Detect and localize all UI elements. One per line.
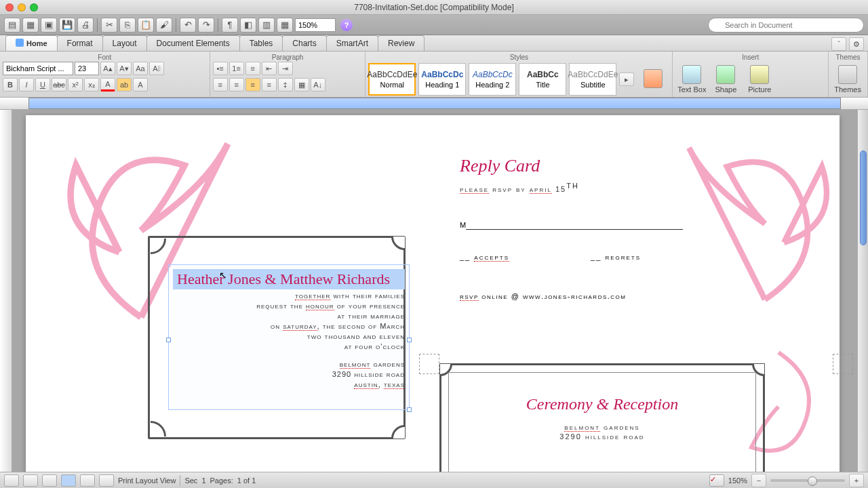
invite-line[interactable]: request the honour of your presence (173, 302, 405, 310)
fullscreen-view-button[interactable] (99, 474, 114, 487)
superscript-button[interactable]: x² (68, 78, 83, 92)
subscript-button[interactable]: x₂ (84, 78, 99, 92)
multilevel-button[interactable]: ≡ (245, 62, 260, 75)
couple-names[interactable]: Heather Jones & Matthew Richards (173, 269, 405, 289)
align-right-button[interactable]: ≡ (245, 78, 260, 92)
bullets-button[interactable]: •≡ (213, 62, 228, 75)
paste-button[interactable]: 📋 (138, 18, 154, 33)
resize-handle[interactable] (166, 338, 171, 342)
redo-button[interactable]: ↷ (198, 18, 214, 33)
grow-font-button[interactable]: A▴ (100, 62, 115, 75)
save-button[interactable]: 💾 (59, 18, 75, 33)
invite-line[interactable]: at four o'clock (173, 342, 405, 350)
copy-button[interactable]: ⎘ (119, 18, 136, 33)
tab-tables[interactable]: Tables (239, 35, 283, 51)
bold-button[interactable]: B (3, 78, 18, 92)
font-size-combo[interactable]: 23 (75, 62, 99, 75)
name-line[interactable]: M (460, 220, 731, 230)
zoom-in-button[interactable]: + (849, 474, 864, 487)
new-button[interactable]: ▤ (4, 18, 20, 33)
highlight-button[interactable]: ab (117, 78, 132, 92)
sort-button[interactable]: A↓ (311, 78, 326, 92)
tab-format[interactable]: Format (57, 35, 103, 51)
shading-button[interactable]: ▦ (294, 78, 309, 92)
tab-home[interactable]: Home (5, 35, 58, 51)
clear-format-button[interactable]: A⃠ (149, 62, 164, 75)
align-left-button[interactable]: ≡ (213, 78, 228, 92)
invite-line[interactable]: at their marriage (173, 312, 405, 320)
underline-button[interactable]: U (35, 78, 50, 92)
document-area[interactable]: Heather Jones & Matthew Richards togethe… (0, 110, 868, 472)
invite-line[interactable]: two thousand and eleven (173, 332, 405, 340)
change-case-button[interactable]: Aa (133, 62, 148, 75)
pilcrow-button[interactable]: ¶ (222, 18, 238, 33)
horizontal-ruler[interactable] (0, 98, 868, 110)
styles-more-button[interactable]: ▸ (619, 73, 634, 86)
zoom-slider[interactable] (770, 479, 845, 482)
reply-line[interactable]: please rsvp by april 15TH (460, 182, 731, 193)
tab-smartart[interactable]: SmartArt (326, 35, 378, 51)
resize-handle[interactable] (407, 407, 412, 412)
shape-button[interactable]: Shape (709, 63, 742, 96)
rsvp-online[interactable]: rsvp online @ www.jones-richards.com (460, 292, 731, 300)
style-title[interactable]: AaBbCcTitle (519, 63, 566, 96)
indent-button[interactable]: ⇥ (278, 62, 293, 75)
venue-line[interactable]: belmont gardens (173, 360, 405, 368)
publishing-view-button[interactable] (42, 474, 57, 487)
scrollbar-thumb[interactable] (860, 150, 867, 245)
italic-button[interactable]: I (19, 78, 34, 92)
print-button[interactable]: 🖨 (77, 18, 94, 33)
tab-review[interactable]: Review (378, 35, 425, 51)
draft-view-button[interactable] (4, 474, 19, 487)
themes-button[interactable]: Themes (831, 63, 864, 96)
text-effects-button[interactable]: A (133, 78, 148, 92)
collapse-ribbon-button[interactable]: ˇ (831, 37, 846, 51)
template-button[interactable]: ▣ (41, 18, 57, 33)
print-layout-view-button[interactable] (61, 474, 76, 487)
undo-button[interactable]: ↶ (180, 18, 196, 33)
picture-button[interactable]: Picture (743, 63, 776, 96)
vertical-scrollbar[interactable] (857, 110, 868, 472)
format-painter-button[interactable]: 🖌 (156, 18, 172, 33)
numbering-button[interactable]: 1≡ (229, 62, 244, 75)
rsvp-options[interactable]: __ accepts__ regrets (460, 253, 731, 261)
style-heading1[interactable]: AaBbCcDcHeading 1 (418, 63, 466, 96)
font-name-combo[interactable]: Bickham Script ... (3, 62, 73, 75)
sidebar-button[interactable]: ◧ (240, 18, 256, 33)
search-input[interactable] (708, 18, 864, 33)
line-spacing-button[interactable]: ‡ (278, 78, 293, 92)
help-button[interactable]: ? (340, 19, 353, 31)
zoom-out-button[interactable]: − (751, 474, 766, 487)
zoom-combo[interactable] (295, 18, 336, 32)
strike-button[interactable]: abc (52, 78, 66, 92)
shrink-font-button[interactable]: A▾ (117, 62, 132, 75)
styles-pane-button[interactable] (637, 63, 669, 96)
notebook-view-button[interactable] (80, 474, 95, 487)
textbox-button[interactable]: Text Box (675, 63, 708, 96)
outdent-button[interactable]: ⇤ (262, 62, 277, 75)
gallery-button[interactable]: ▦ (277, 18, 293, 33)
invitation-textbox[interactable]: Heather Jones & Matthew Richards togethe… (168, 264, 410, 410)
venue-line[interactable]: austin, texas (173, 380, 405, 388)
cut-button[interactable]: ✂ (101, 18, 117, 33)
vertical-ruler[interactable] (0, 110, 12, 472)
reply-card[interactable]: Reply Card please rsvp by april 15TH M _… (460, 156, 731, 300)
reply-title[interactable]: Reply Card (460, 156, 731, 176)
tab-charts[interactable]: Charts (282, 35, 326, 51)
open-button[interactable]: ▦ (22, 18, 39, 33)
align-center-button[interactable]: ≡ (229, 78, 244, 92)
page[interactable]: Heather Jones & Matthew Richards togethe… (26, 115, 840, 472)
justify-button[interactable]: ≡ (262, 78, 277, 92)
resize-handle[interactable] (407, 338, 412, 342)
style-subtitle[interactable]: AaBbCcDdEeSubtitle (569, 63, 616, 96)
toolbox-button[interactable]: ▥ (258, 18, 275, 33)
venue-line[interactable]: 3290 hillside road (173, 370, 405, 378)
tab-layout[interactable]: Layout (102, 35, 147, 51)
style-heading2[interactable]: AaBbCcDcHeading 2 (469, 63, 516, 96)
style-normal[interactable]: AaBbCcDdEeNormal (368, 63, 416, 96)
font-color-button[interactable]: A (100, 78, 115, 92)
invite-line[interactable]: together with their families (173, 291, 405, 300)
tab-document-elements[interactable]: Document Elements (146, 35, 240, 51)
spellcheck-icon[interactable]: ✓ (709, 474, 724, 487)
invite-line[interactable]: on saturday, the second of March (173, 322, 405, 330)
